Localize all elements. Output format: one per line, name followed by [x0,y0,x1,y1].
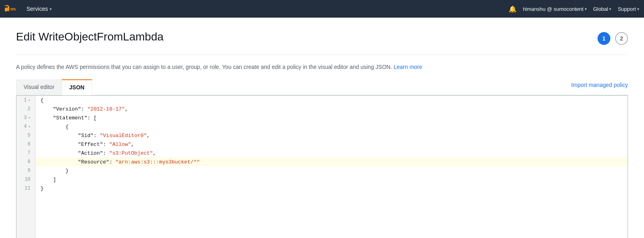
svg-text:ws: ws [10,7,16,11]
json-code-editor[interactable]: 1▾ { 2 "Version": "2012-10-17", 3▾ "Stat… [16,95,628,238]
code-content-6: "Effect": "Allow", [36,141,139,148]
line-number-4: 4▾ [16,122,36,131]
user-label: himanshu @ sumocontent [523,6,584,12]
section-divider [16,54,628,55]
step-indicators: 1 2 [598,32,628,45]
page-header: Edit WriteObjectFromLambda 1 2 [16,30,628,45]
import-managed-policy-link[interactable]: Import managed policy [571,82,628,92]
line-number-10: 10 [16,175,36,184]
code-content-7: "Action": "s3:PutObject", [36,150,161,157]
line-number-9: 9 [16,166,36,175]
code-line-2: 2 "Version": "2012-10-17", [16,105,628,113]
code-line-8: 8 "Resource": "arn:aws:s3:::mys3bucket/*… [16,157,628,166]
code-content-8: "Resource": "arn:aws:s3:::mys3bucket/*" [36,159,205,165]
user-menu[interactable]: himanshu @ sumocontent ▾ [523,6,587,12]
services-label: Services [26,6,48,12]
code-line-blank-3 [16,210,628,219]
line-number-blank-5 [16,228,36,237]
code-line-9: 9 } [16,166,628,175]
step-1-indicator: 1 [598,32,610,45]
support-chevron-icon: ▾ [637,7,639,11]
main-content: Edit WriteObjectFromLambda 1 2 A policy … [0,18,644,238]
line-number-11: 11 [16,184,36,193]
line-number-2: 2 [16,105,36,113]
code-line-7: 7 "Action": "s3:PutObject", [16,149,628,157]
line-number-3: 3▾ [16,113,36,122]
code-line-3: 3▾ "Statement": [ [16,113,628,122]
support-label: Support [618,6,636,12]
user-chevron-icon: ▾ [585,7,587,11]
code-line-blank-4 [16,219,628,228]
code-content-2: "Version": "2012-10-17", [36,106,133,113]
code-content-11: } [36,185,48,192]
code-line-blank-5 [16,228,628,237]
support-menu[interactable]: Support ▾ [618,6,639,12]
tabs-row: Visual editor JSON Import managed policy [16,79,628,95]
code-line-blank-2 [16,202,628,210]
code-content-blank-4 [36,220,48,227]
code-content-9: } [36,167,73,174]
nav-right: 🔔 himanshu @ sumocontent ▾ Global ▾ Supp… [509,5,639,13]
line-number-blank-2 [16,202,36,210]
code-content-4: { [36,123,73,130]
services-chevron-icon: ▾ [50,7,52,11]
line-number-7: 7 [16,149,36,157]
code-content-5: "Sid": "VisualEditor0", [36,132,155,139]
region-label: Global [593,6,608,12]
page-title: Edit WriteObjectFromLambda [16,30,163,43]
line-number-5: 5 [16,131,36,140]
line-number-blank-1 [16,193,36,202]
line-number-blank-4 [16,219,36,228]
navbar: ws Services ▾ 🔔 himanshu @ sumocontent ▾… [0,0,644,18]
line-number-1: 1▾ [16,96,36,105]
aws-logo[interactable]: ws [5,3,20,14]
code-line-5: 5 "Sid": "VisualEditor0", [16,131,628,140]
region-chevron-icon: ▾ [609,7,611,11]
code-line-4: 4▾ { [16,122,628,131]
policy-description: A policy defines the AWS permissions tha… [16,63,628,71]
code-line-11: 11 } [16,184,628,193]
code-line-6: 6 "Effect": "Allow", [16,140,628,149]
code-content-3: "Statement": [ [36,115,101,121]
tab-visual-editor[interactable]: Visual editor [16,79,62,95]
step-2-indicator: 2 [615,32,628,45]
editor-tabs: Visual editor JSON [16,79,92,95]
line-number-8: 8 [16,157,36,166]
line-number-blank-3 [16,210,36,219]
learn-more-link[interactable]: Learn more [394,64,423,70]
code-content-blank-2 [36,203,48,210]
code-content-blank-3 [36,212,48,218]
code-line-10: 10 ] [16,175,628,184]
code-content-blank-5 [36,229,48,236]
region-menu[interactable]: Global ▾ [593,6,612,12]
code-line-1: 1▾ { [16,96,628,105]
tab-json[interactable]: JSON [62,79,92,95]
code-content-10: ] [36,176,61,183]
services-menu[interactable]: Services ▾ [26,6,52,12]
line-number-6: 6 [16,140,36,149]
code-line-blank-1 [16,193,628,202]
code-content-1: { [36,97,48,104]
bell-icon[interactable]: 🔔 [509,5,517,13]
code-content-blank-1 [36,194,48,201]
